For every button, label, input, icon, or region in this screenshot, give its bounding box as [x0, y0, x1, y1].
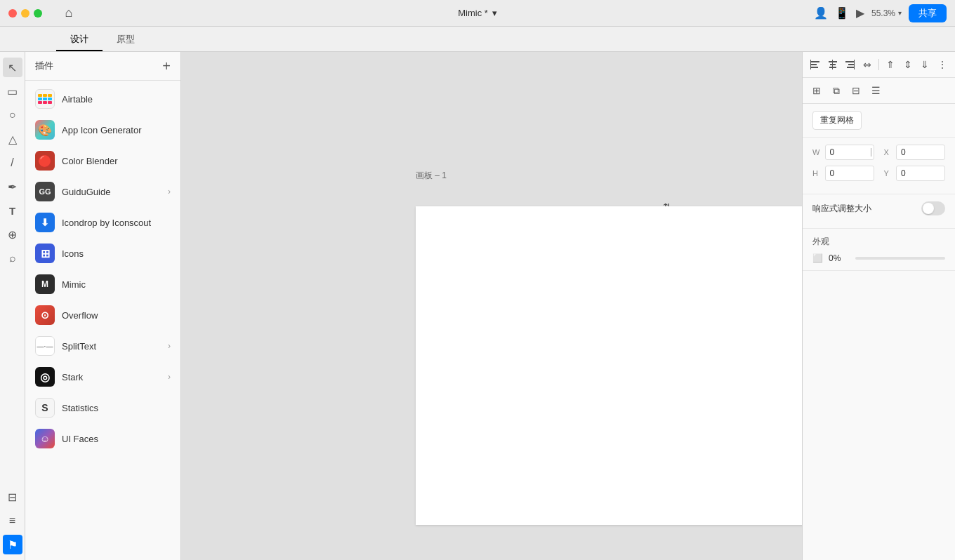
add-plugin-button[interactable]: +	[162, 59, 171, 73]
airtable-icon	[35, 89, 55, 109]
icondrop-icon: ⬇	[35, 213, 55, 232]
plugins-header: 插件 +	[25, 52, 180, 81]
width-label: W	[812, 148, 821, 156]
svg-rect-7	[832, 60, 833, 69]
plugin-item-statistics[interactable]: S Statistics	[25, 392, 180, 423]
tabbar: 设计 原型	[0, 27, 955, 52]
assets-tool[interactable]: ⚑	[3, 535, 22, 554]
splittext-chevron-icon: ›	[168, 341, 171, 351]
plugin-name-app-icon-generator: App Icon Generator	[62, 125, 171, 135]
plugin-item-app-icon-generator[interactable]: 🎨 App Icon Generator	[25, 114, 180, 145]
tab-design[interactable]: 设计	[56, 29, 103, 51]
appearance-label: 外观	[812, 236, 945, 248]
tab-prototype[interactable]: 原型	[103, 29, 149, 51]
svg-rect-1	[811, 64, 817, 65]
opacity-value: 0%	[829, 253, 850, 263]
dropdown-icon[interactable]: ▾	[492, 8, 497, 18]
y-label: Y	[884, 169, 893, 178]
responsive-toggle[interactable]	[921, 201, 945, 215]
width-row: W X	[812, 145, 945, 160]
maximize-button[interactable]	[34, 9, 42, 18]
ellipse-tool[interactable]: ○	[3, 105, 22, 125]
home-icon[interactable]: ⌂	[62, 6, 76, 20]
plugin-name-guiduguide: GuiduGuide	[62, 187, 161, 197]
plugin-item-stark[interactable]: ◎ Stark ›	[25, 361, 180, 392]
align-middle-icon[interactable]: ⇕	[900, 56, 915, 73]
list-view-icon[interactable]: ☰	[867, 82, 884, 99]
select-tool[interactable]: ↖	[3, 58, 22, 77]
align-top-icon[interactable]: ⇑	[883, 56, 898, 73]
search-tool[interactable]: ⌕	[3, 248, 22, 268]
svg-rect-11	[854, 60, 855, 69]
plugins-title: 插件	[35, 60, 53, 72]
y-input[interactable]	[896, 166, 945, 181]
statistics-icon: S	[35, 398, 55, 418]
plugin-item-mimic[interactable]: M Mimic	[25, 269, 180, 300]
plugin-name-airtable: Airtable	[62, 94, 171, 105]
opacity-slider[interactable]	[855, 257, 945, 260]
plugin-name-icondrop: Icondrop by Iconscout	[62, 218, 171, 228]
grid-section: 重复网格	[803, 104, 955, 138]
minimize-button[interactable]	[21, 9, 29, 18]
plugin-name-overflow: Overflow	[62, 310, 171, 321]
device-icon[interactable]: 📱	[835, 6, 849, 20]
plugin-item-guiduguide[interactable]: GG GuiduGuide ›	[25, 176, 180, 207]
pen-tool[interactable]: ✒	[3, 177, 22, 196]
appearance-section: 外观 ⬜ 0%	[803, 229, 955, 271]
svg-rect-3	[810, 60, 811, 69]
layers-tool[interactable]: ≡	[3, 511, 22, 531]
plugin-item-ui-faces[interactable]: ☺ UI Faces	[25, 423, 180, 454]
artboard[interactable]	[416, 206, 802, 525]
duplicate-icon[interactable]: ⧉	[828, 82, 845, 99]
dimensions-section: W X H Y	[803, 138, 955, 194]
user-icon[interactable]: 👤	[814, 6, 828, 20]
component-icon[interactable]: ⊞	[808, 82, 825, 99]
titlebar-left: ⌂	[8, 6, 76, 20]
frame-tool[interactable]: ▭	[3, 81, 22, 101]
zoom-dropdown-icon[interactable]: ▾	[898, 9, 902, 17]
distribute-v-icon[interactable]: ⋮	[935, 56, 949, 73]
svg-rect-0	[811, 61, 819, 62]
plugin-item-color-blender[interactable]: 🔴 Color Blender	[25, 145, 180, 176]
svg-rect-9	[848, 64, 854, 65]
line-tool[interactable]: /	[3, 153, 22, 173]
responsive-label: 响应式调整大小	[812, 203, 871, 215]
text-tool[interactable]: T	[3, 201, 22, 220]
plugin-item-icondrop[interactable]: ⬇ Icondrop by Iconscout	[25, 207, 180, 238]
grid-view-icon[interactable]: ⊟	[848, 82, 864, 99]
align-right-icon[interactable]	[843, 56, 857, 73]
plugin-item-icons[interactable]: ⊞ Icons	[25, 238, 180, 269]
artboard-label: 画板 – 1	[416, 170, 447, 182]
share-button[interactable]: 共享	[909, 4, 947, 22]
alignment-toolbar: ⇔ ⇑ ⇕ ⇓ ⋮	[803, 52, 955, 78]
component-tool[interactable]: ⊕	[3, 225, 22, 244]
distribute-h-icon[interactable]: ⇔	[860, 56, 875, 73]
play-icon[interactable]: ▶	[856, 6, 864, 20]
align-left-icon[interactable]	[808, 56, 823, 73]
plugin-item-splittext[interactable]: —·— SplitText ›	[25, 331, 180, 361]
toggle-thumb	[923, 203, 934, 214]
plugin-name-mimic: Mimic	[62, 279, 171, 290]
svg-rect-8	[845, 61, 854, 62]
triangle-tool[interactable]: △	[3, 129, 22, 149]
traffic-lights	[8, 9, 42, 18]
plugin-item-airtable[interactable]: Airtable	[25, 84, 180, 114]
close-button[interactable]	[8, 9, 17, 18]
plugin-item-overflow[interactable]: ⊙ Overflow	[25, 300, 180, 331]
height-input[interactable]	[825, 166, 874, 181]
canvas-area[interactable]: 画板 – 1 ⇅	[181, 52, 802, 560]
zoom-value[interactable]: 55.3%	[871, 8, 895, 18]
repeat-grid-button[interactable]: 重复网格	[812, 111, 862, 130]
x-label: X	[884, 148, 893, 156]
plugin-name-color-blender: Color Blender	[62, 156, 171, 166]
align-center-icon[interactable]	[826, 56, 841, 73]
guiduguide-chevron-icon: ›	[168, 187, 171, 196]
align-bottom-icon[interactable]: ⇓	[918, 56, 933, 73]
pages-tool[interactable]: ⊟	[3, 487, 22, 507]
x-input[interactable]	[896, 145, 945, 160]
width-input[interactable]	[825, 145, 874, 160]
stark-chevron-icon: ›	[168, 372, 171, 382]
icons-icon: ⊞	[35, 244, 55, 263]
overflow-icon: ⊙	[35, 305, 55, 325]
height-label: H	[812, 169, 821, 178]
